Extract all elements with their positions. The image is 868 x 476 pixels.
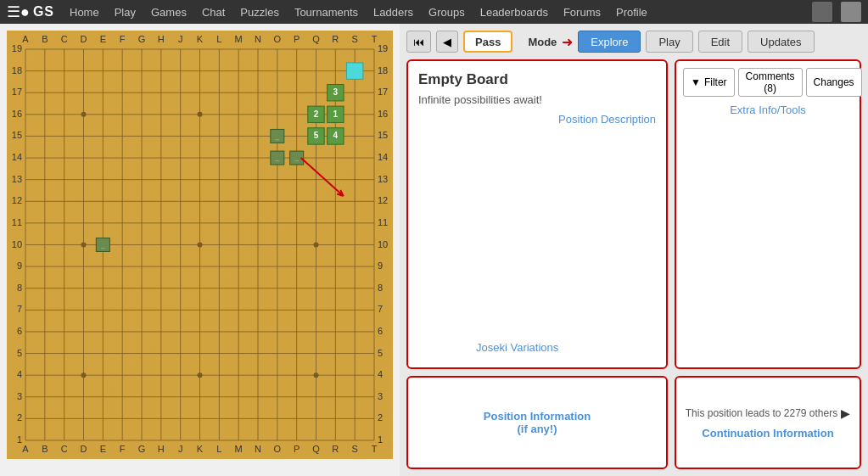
nav-puzzles[interactable]: Puzzles [233,0,286,24]
nav-tournaments[interactable]: Tournaments [288,0,365,24]
edit-button[interactable]: Edit [698,31,742,53]
position-description-link[interactable]: Position Description [418,113,656,126]
nav-profile[interactable]: Profile [609,0,654,24]
explore-button[interactable]: Explore [578,31,641,53]
nav-groups[interactable]: Groups [422,0,472,24]
continuation-link[interactable]: Continuation Information [702,427,833,440]
first-button[interactable]: ⏮ [406,31,431,53]
filter-icon: ▼ [691,76,701,88]
main-area: ⏮ ◀ Pass Mode ➜ Explore Play Edit Update… [0,24,868,476]
upper-right: Empty Board Infinite possibilities await… [406,59,861,369]
nav-leaderboards[interactable]: Leaderboards [473,0,555,24]
go-board[interactable] [7,31,393,459]
mode-label: Mode [528,36,557,48]
user-avatar-2[interactable] [841,2,861,22]
mode-arrow-icon: ➜ [562,34,573,50]
controls-row: ⏮ ◀ Pass Mode ➜ Explore Play Edit Update… [406,31,861,53]
continuation-arrow-icon: ▶ [841,406,850,420]
continuation-box: This position leads to 2279 others ▶ Con… [675,376,861,469]
lower-right: Position Information (if any!) This posi… [406,376,861,469]
play-button[interactable]: Play [646,31,692,53]
board-section [0,24,400,476]
nav-forums[interactable]: Forums [557,0,608,24]
filter-label: Filter [704,76,727,88]
prev-button[interactable]: ◀ [436,31,458,53]
updates-button[interactable]: Updates [748,31,814,53]
pass-button[interactable]: Pass [463,31,512,53]
top-navigation: ☰● GS Home Play Games Chat Puzzles Tourn… [0,0,868,24]
nav-games[interactable]: Games [144,0,193,24]
continuation-info-text: This position leads to 2279 others [686,407,837,419]
info-box-main: Empty Board Infinite possibilities await… [406,59,668,369]
comments-button[interactable]: Comments (8) [738,68,803,97]
nav-ladders[interactable]: Ladders [367,0,420,24]
filter-box: ▼ Filter Comments (8) Changes Extra Info… [675,59,861,369]
logo[interactable]: ☰● GS [7,3,54,21]
logo-text: GS [33,4,54,20]
filter-button[interactable]: ▼ Filter [683,68,735,97]
filter-row: ▼ Filter Comments (8) Changes [683,68,853,97]
position-info-title[interactable]: Position Information [484,410,591,423]
logo-icon: ☰● [7,3,30,21]
nav-chat[interactable]: Chat [195,0,232,24]
user-avatar-1[interactable] [812,2,832,22]
info-box-subtitle: Infinite possibilities await! [418,93,656,106]
info-box-title: Empty Board [418,71,656,88]
joseki-variations-link[interactable]: Joseki Variations [476,341,558,354]
changes-button[interactable]: Changes [806,68,862,97]
position-info-subtitle: (if any!) [518,423,557,435]
extra-info-link[interactable]: Extra Info/Tools [683,104,853,116]
nav-play[interactable]: Play [108,0,143,24]
right-panel: ⏮ ◀ Pass Mode ➜ Explore Play Edit Update… [400,24,868,476]
position-info-box: Position Information (if any!) [406,376,668,469]
nav-home[interactable]: Home [63,0,106,24]
